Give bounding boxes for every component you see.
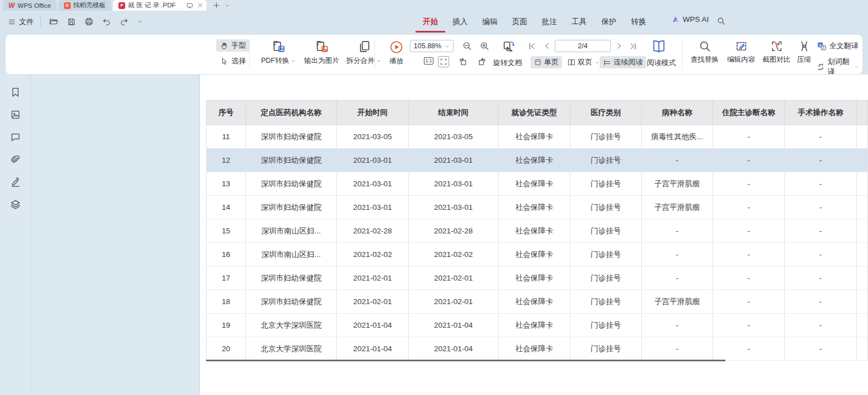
tab-docer[interactable]: D 找稻壳模板	[58, 0, 112, 11]
table-cell: 子宫平滑肌瘤	[642, 172, 713, 196]
last-page-button[interactable]	[629, 42, 637, 50]
table-cell: 社会保障卡	[499, 314, 570, 337]
split-merge-button[interactable]: 拆分合并	[342, 40, 385, 66]
pdf-convert-button[interactable]: W PDF转换	[255, 40, 301, 66]
table-row: 11深圳市妇幼保健院2021-03-052021-03-05社会保障卡门诊挂号病…	[207, 125, 868, 149]
comment-icon[interactable]	[10, 132, 21, 143]
hand-tool-label: 手型	[231, 40, 246, 50]
layers-icon[interactable]	[10, 199, 21, 210]
play-icon	[389, 40, 404, 54]
export-image-button[interactable]: 输出为图片	[300, 40, 344, 66]
column-header: 结束时间	[409, 100, 499, 125]
table-cell: 15	[207, 219, 246, 243]
attachment-icon[interactable]	[10, 154, 21, 165]
new-tab-button[interactable]	[213, 2, 220, 9]
actual-size-button[interactable]: 1:1	[424, 57, 433, 65]
ribbon-tabs: 开始插入编辑页面批注工具保护转换	[415, 11, 654, 33]
table-cell: 2021-02-01	[337, 290, 409, 314]
export-image-label: 输出为图片	[304, 56, 340, 66]
ribbon-tab-保护[interactable]: 保护	[594, 12, 624, 33]
double-page-button[interactable]: 双页	[564, 56, 603, 68]
wps-ai-label: WPS AI	[683, 15, 709, 24]
divider	[374, 40, 375, 69]
ribbon-tab-工具[interactable]: 工具	[564, 12, 594, 33]
play-button[interactable]: 播放	[381, 40, 412, 66]
undo-icon[interactable]	[102, 17, 111, 26]
table-cell: 2021-01-04	[409, 314, 499, 337]
docer-icon: D	[64, 2, 71, 9]
pdf-page[interactable]: 序号定点医药机构名称开始时间结束时间就诊凭证类型医疗类别病种名称住院主诊断名称手…	[200, 75, 868, 395]
table-cell: 社会保障卡	[499, 337, 570, 361]
tab-list-chevron-icon[interactable]	[225, 3, 230, 8]
ribbon-tab-插入[interactable]: 插入	[445, 12, 475, 33]
table-cell: 北京大学深圳医院	[246, 337, 337, 361]
bookmark-icon[interactable]	[10, 87, 21, 98]
tab-document[interactable]: P 就 医 记 录 .PDF	[113, 0, 207, 11]
thumbnails-icon[interactable]	[10, 109, 21, 120]
column-header: 病种名称	[642, 100, 713, 125]
table-row: 13深圳市妇幼保健院2021-03-012021-03-01社会保障卡门诊挂号子…	[207, 172, 868, 196]
table-cell: -	[713, 149, 785, 172]
rotate-pages-icon[interactable]	[502, 40, 515, 53]
table-cell: 11	[207, 125, 246, 149]
table-row: 18深圳市妇幼保健院2021-02-012021-02-01社会保障卡门诊挂号子…	[207, 290, 868, 314]
table-cell: 门诊挂号	[570, 219, 642, 243]
continuous-reading-button[interactable]: 连续阅读	[600, 56, 646, 68]
fit-page-button[interactable]	[438, 56, 449, 67]
signature-icon[interactable]	[10, 177, 21, 187]
close-tab-icon[interactable]	[197, 2, 203, 8]
screenshot-compare-button[interactable]: 截图对比	[759, 40, 794, 65]
quick-access-chevron-icon[interactable]	[137, 19, 143, 25]
table-cell: -	[713, 337, 785, 361]
table-header-row: 序号定点医药机构名称开始时间结束时间就诊凭证类型医疗类别病种名称住院主诊断名称手…	[207, 100, 868, 125]
edit-content-button[interactable]: 编辑内容	[723, 40, 760, 65]
ribbon-tab-批注[interactable]: 批注	[534, 12, 564, 33]
redo-icon[interactable]	[120, 17, 129, 26]
reading-mode-label: 阅读模式	[647, 58, 676, 67]
hand-tool-button[interactable]: 手型	[216, 39, 250, 52]
table-cell: 17	[207, 267, 246, 290]
zoom-in-icon[interactable]	[479, 41, 490, 51]
table-cell: -	[713, 125, 785, 149]
single-page-button[interactable]: 单页	[531, 56, 562, 68]
previous-page-button[interactable]	[543, 42, 551, 50]
file-menu-button[interactable]: 文件	[0, 17, 40, 27]
table-cell: -	[785, 196, 857, 219]
ribbon-tab-开始[interactable]: 开始	[415, 12, 445, 33]
page-number-input[interactable]: 2/4	[555, 40, 611, 52]
open-file-icon[interactable]	[49, 17, 58, 26]
find-replace-label: 查找替换	[691, 55, 719, 65]
table-cell: -	[713, 172, 785, 196]
first-page-button[interactable]	[528, 42, 536, 50]
save-icon[interactable]	[67, 17, 76, 26]
rotate-right-icon[interactable]	[477, 57, 487, 67]
chevron-down-icon	[855, 65, 858, 70]
reading-mode-button[interactable]: 阅读模式	[647, 58, 676, 68]
wps-ai-button[interactable]: WPS AI	[671, 15, 709, 24]
find-replace-button[interactable]: 查找替换	[686, 40, 723, 65]
table-cell: 2021-03-01	[409, 149, 499, 172]
rotate-document-button[interactable]: 旋转文档	[493, 58, 522, 68]
column-header: 手术操作名称	[785, 100, 857, 125]
zoom-out-icon[interactable]	[462, 41, 472, 51]
zoom-level-select[interactable]: 105.88%	[410, 40, 454, 52]
rotate-left-icon[interactable]	[458, 57, 468, 67]
reading-mode-icon[interactable]	[651, 39, 666, 54]
ribbon-search-icon[interactable]	[716, 16, 726, 26]
present-to-screen-icon[interactable]	[186, 2, 193, 9]
table-cell: 门诊挂号	[570, 125, 642, 149]
toolbar: 手型 选择 W PDF转换 输出为图片 拆分合并 播放 105.88% 2/4 …	[6, 35, 862, 74]
table-row: 12深圳市妇幼保健院2021-03-012021-03-01社会保障卡门诊挂号-…	[207, 149, 868, 172]
table-cell: 门诊挂号	[570, 196, 642, 219]
table-cell: 2021-02-01	[409, 290, 499, 314]
ribbon-tab-页面[interactable]: 页面	[505, 12, 534, 33]
tab-wps-office[interactable]: W WPS Office	[3, 0, 57, 11]
full-text-translate-button[interactable]: A文 全文翻译	[813, 40, 862, 52]
select-tool-button[interactable]: 选择	[216, 55, 250, 67]
table-cell	[857, 337, 868, 361]
print-icon[interactable]	[84, 17, 94, 26]
ribbon-tab-转换[interactable]: 转换	[624, 12, 654, 33]
ribbon-tab-编辑[interactable]: 编辑	[475, 12, 505, 33]
next-page-button[interactable]	[615, 42, 623, 50]
navigation-panel[interactable]	[31, 75, 200, 395]
